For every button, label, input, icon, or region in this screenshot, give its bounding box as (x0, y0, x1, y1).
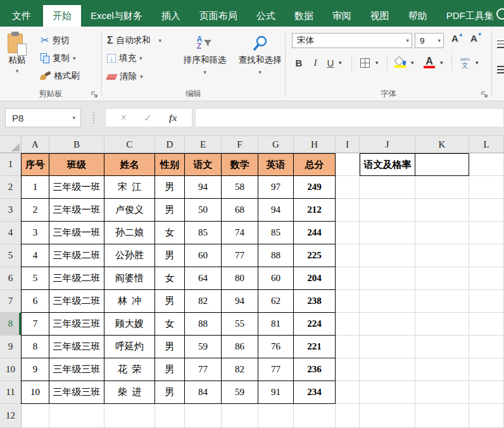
cell-C1[interactable]: 姓名 (104, 153, 155, 176)
row-header-4[interactable]: 4 (0, 222, 22, 244)
cell-A4[interactable]: 3 (21, 222, 49, 244)
cell-G6[interactable]: 60 (258, 267, 294, 290)
cell-K1[interactable] (415, 153, 469, 176)
cell-G1[interactable]: 英语 (258, 153, 294, 176)
cell-C4[interactable]: 孙二娘 (104, 222, 155, 244)
clear-dropdown-arrow[interactable]: ▾ (140, 74, 143, 80)
row-header-8[interactable]: 8 (0, 313, 22, 336)
font-name-combo[interactable]: 宋体 ▾ (292, 33, 412, 48)
fill-color-button[interactable] (394, 53, 406, 70)
column-header-J[interactable]: J (360, 136, 415, 153)
cell-F8[interactable]: 55 (222, 313, 258, 336)
cell-E7[interactable]: 82 (185, 290, 222, 313)
ribbon-tab-审阅[interactable]: 审阅 (323, 5, 361, 27)
underline-button[interactable]: U (326, 54, 335, 71)
autosum-dropdown-arrow[interactable]: ▾ (159, 38, 162, 44)
cell-J8[interactable] (360, 313, 415, 336)
cell-F7[interactable]: 94 (222, 290, 258, 313)
font-dialog-launcher[interactable] (481, 91, 488, 98)
cell-D5[interactable]: 男 (155, 244, 185, 267)
cell-J7[interactable] (360, 290, 415, 313)
cell-E3[interactable]: 50 (185, 199, 222, 222)
column-header-B[interactable]: B (49, 136, 104, 153)
cell-C6[interactable]: 阎婆惜 (104, 267, 155, 290)
column-header-D[interactable]: D (155, 136, 185, 153)
cell-B7[interactable]: 三年级二班 (49, 290, 104, 313)
borders-button[interactable] (360, 54, 370, 71)
cell-C2[interactable]: 宋 江 (104, 176, 155, 199)
cell-I4[interactable] (336, 222, 360, 244)
cell-B8[interactable]: 三年级三班 (49, 313, 104, 336)
name-box-dropdown-arrow[interactable]: ▾ (72, 115, 75, 121)
cell-C7[interactable]: 林 冲 (104, 290, 155, 313)
cell-A9[interactable]: 8 (21, 336, 49, 358)
cell-D11[interactable]: 男 (155, 381, 185, 404)
phonetic-guide-button[interactable]: wén 文 (460, 54, 470, 71)
cell-F2[interactable]: 58 (222, 176, 258, 199)
cell-I10[interactable] (336, 358, 360, 381)
row-header-9[interactable]: 9 (0, 336, 22, 358)
clipboard-dialog-launcher[interactable] (91, 91, 98, 98)
cell-G9[interactable]: 76 (258, 336, 294, 358)
cell-B3[interactable]: 三年级一班 (49, 199, 104, 222)
cell-K10[interactable] (415, 358, 469, 381)
cell-A1[interactable]: 序号 (21, 153, 49, 176)
format-painter-button[interactable]: 格式刷 (41, 70, 80, 82)
cell-J1[interactable]: 语文及格率 (360, 153, 415, 176)
ribbon-tab-公式[interactable]: 公式 (247, 5, 285, 27)
phonetic-dropdown-arrow[interactable]: ▾ (476, 54, 479, 71)
column-header-H[interactable]: H (294, 136, 336, 153)
cell-H3[interactable]: 212 (294, 199, 336, 222)
cell-A7[interactable]: 6 (21, 290, 49, 313)
cell-J12[interactable] (360, 404, 415, 428)
cell-F10[interactable]: 82 (222, 358, 258, 381)
row-header-3[interactable]: 3 (0, 199, 22, 222)
cell-D12[interactable] (155, 404, 185, 428)
cell-B12[interactable] (49, 404, 104, 428)
paste-button[interactable]: 粘贴 ▾ (8, 32, 27, 74)
ribbon-tab-视图[interactable]: 视图 (361, 5, 399, 27)
insert-function-icon[interactable]: fx (169, 113, 177, 123)
cell-G2[interactable]: 97 (258, 176, 294, 199)
cell-L6[interactable] (469, 267, 504, 290)
cell-I5[interactable] (336, 244, 360, 267)
cell-L4[interactable] (469, 222, 504, 244)
increase-font-size-button[interactable]: A▲ (451, 33, 463, 44)
cell-E11[interactable]: 84 (185, 381, 222, 404)
fill-dropdown-arrow[interactable]: ▾ (139, 56, 142, 61)
cell-D4[interactable]: 女 (155, 222, 185, 244)
cell-C10[interactable]: 花 荣 (104, 358, 155, 381)
fill-color-dropdown-arrow[interactable]: ▾ (411, 54, 414, 71)
cell-C5[interactable]: 公孙胜 (104, 244, 155, 267)
column-header-A[interactable]: A (22, 136, 49, 153)
enter-icon[interactable]: ✓ (144, 112, 152, 124)
bold-button[interactable]: B (293, 54, 305, 71)
cell-L10[interactable] (469, 358, 504, 381)
cell-H8[interactable]: 224 (294, 313, 336, 336)
cell-K5[interactable] (415, 244, 469, 267)
row-header-1[interactable]: 1 (0, 153, 22, 176)
cell-A2[interactable]: 1 (21, 176, 49, 199)
cell-G8[interactable]: 81 (258, 313, 294, 336)
cell-D3[interactable]: 男 (155, 199, 185, 222)
autosum-button[interactable]: Σ 自动求和 ▾ (107, 35, 161, 46)
cell-A12[interactable] (22, 404, 49, 428)
cell-I7[interactable] (336, 290, 360, 313)
cell-D1[interactable]: 性别 (155, 153, 185, 176)
cell-H6[interactable]: 204 (294, 267, 336, 290)
cell-L3[interactable] (469, 199, 504, 222)
cell-E2[interactable]: 94 (185, 176, 222, 199)
column-header-F[interactable]: F (222, 136, 258, 153)
column-header-E[interactable]: E (185, 136, 222, 153)
font-color-button[interactable]: A (424, 54, 435, 71)
cell-H5[interactable]: 225 (294, 244, 336, 267)
cell-K11[interactable] (415, 381, 469, 404)
cell-B2[interactable]: 三年级一班 (49, 176, 104, 199)
fill-button[interactable]: ↓ 填充 ▾ (107, 53, 142, 64)
italic-button[interactable]: I (311, 54, 320, 71)
cell-E4[interactable]: 85 (185, 222, 222, 244)
cell-J4[interactable] (360, 222, 415, 244)
cell-F11[interactable]: 59 (222, 381, 258, 404)
cell-B1[interactable]: 班级 (49, 153, 104, 176)
cell-B10[interactable]: 三年级三班 (49, 358, 104, 381)
